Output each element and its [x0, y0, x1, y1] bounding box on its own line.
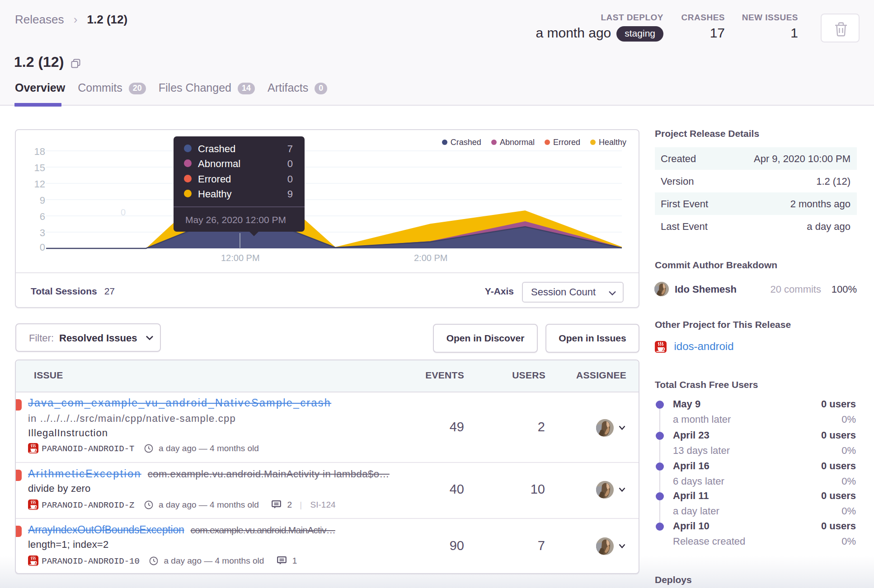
svg-text:0: 0 [121, 207, 126, 217]
